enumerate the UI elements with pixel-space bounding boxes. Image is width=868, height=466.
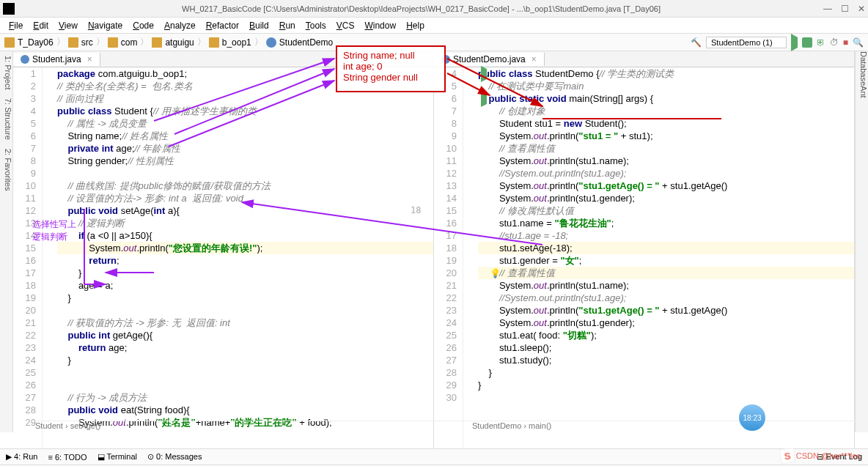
breadcrumb[interactable]: T_Day06〉src〉com〉atguigu〉b_oop1〉StudentDe… <box>4 36 333 48</box>
tool-tab[interactable]: Database <box>859 51 868 86</box>
menu-navigate[interactable]: Navigate <box>84 21 127 31</box>
bc-class[interactable]: StudentDemo <box>472 421 521 430</box>
annotation-red-box: String name; null int age; 0 String gend… <box>336 45 446 92</box>
menu-vcs[interactable]: VCS <box>332 21 359 31</box>
close-icon[interactable]: × <box>532 54 537 64</box>
stop-icon[interactable]: ■ <box>843 37 848 48</box>
menu-view[interactable]: View <box>54 21 82 31</box>
folder-icon <box>68 37 78 48</box>
breadcrumb-item[interactable]: StudentDemo <box>279 37 333 48</box>
anno-line: String name; null <box>343 50 438 61</box>
folder-icon <box>108 37 118 48</box>
bottom-tab[interactable]: ▶ 4: Run <box>6 452 37 462</box>
class-icon <box>266 37 276 48</box>
app-logo <box>3 3 15 15</box>
menu-code[interactable]: Code <box>128 21 158 31</box>
watermark-text: CSDN @har***les <box>796 451 861 460</box>
bottom-tab[interactable]: ⊙ 0: Messages <box>147 452 202 462</box>
breadcrumb-item[interactable]: com <box>121 37 138 48</box>
menu-tools[interactable]: Tools <box>301 21 331 31</box>
tool-tab[interactable]: 1: Project <box>2 51 14 94</box>
menu-run[interactable]: Run <box>275 21 300 31</box>
bc-method[interactable]: setAge() <box>70 421 101 430</box>
run-icon[interactable] <box>791 37 798 48</box>
bottom-tab[interactable]: ≡ 6: TODO <box>48 453 87 462</box>
inline-hint: 18 <box>411 205 421 215</box>
tool-tab[interactable]: 2: Favorites <box>2 144 14 195</box>
bottom-tab[interactable]: ⬓ Terminal <box>98 452 137 462</box>
folder-icon <box>209 37 219 48</box>
class-icon <box>21 55 29 64</box>
code-area-left[interactable]: 1234567891011121314151617181920212223242… <box>13 67 433 448</box>
editor-right-tabs[interactable]: StudentDemo.java × <box>434 51 854 67</box>
gutter-right[interactable]: 4567891011121314151617181920212223242526… <box>434 67 463 448</box>
hammer-icon[interactable]: 🔨 <box>691 37 702 48</box>
menu-help[interactable]: Help <box>402 21 429 31</box>
tab-label: StudentDemo.java <box>453 54 526 64</box>
tab-student[interactable]: Student.java × <box>13 53 100 66</box>
tab-label: Student.java <box>32 54 81 64</box>
menu-window[interactable]: Window <box>360 21 400 31</box>
tab-studentdemo[interactable]: StudentDemo.java × <box>434 53 545 66</box>
tool-tab[interactable]: 7: Structure <box>2 94 14 144</box>
window-controls[interactable]: — ☐ ✕ <box>823 4 865 14</box>
code-left[interactable]: package com.atguigu.b_oop1;// 类的全名(全类名) … <box>54 67 433 448</box>
menu-edit[interactable]: Edit <box>29 21 53 31</box>
editor-right: StudentDemo.java × 456789101112131415161… <box>434 51 855 448</box>
code-right[interactable]: public class StudentDemo {// 学生类的测试类 // … <box>475 67 854 448</box>
maximize-icon[interactable]: ☐ <box>841 4 849 14</box>
folder-icon <box>4 37 15 48</box>
menu-bar[interactable]: FileEditViewNavigateCodeAnalyzeRefactorB… <box>0 18 868 34</box>
menu-build[interactable]: Build <box>245 21 273 31</box>
run-toolbar[interactable]: 🔨 StudentDemo (1) ⛨ ⏱ ■ 🔍 <box>691 37 864 48</box>
breadcrumb-item[interactable]: src <box>81 37 93 48</box>
editor-breadcrumbs[interactable]: Student › setAge() StudentDemo › main() <box>31 421 861 433</box>
window-title: WH_0217_BasicCode [C:\Users\Administrato… <box>19 4 823 13</box>
breadcrumb-item[interactable]: b_oop1 <box>222 37 251 48</box>
time-badge: 18:23 <box>739 404 765 431</box>
bc-method[interactable]: main() <box>529 421 551 430</box>
coverage-icon[interactable]: ⛨ <box>817 37 825 48</box>
right-tool-stripe[interactable]: DatabaseAnt <box>855 51 868 432</box>
gutter-left[interactable]: 1234567891011121314151617181920212223242… <box>13 67 43 448</box>
search-icon[interactable]: 🔍 <box>853 37 864 48</box>
close-icon[interactable]: ✕ <box>858 4 865 14</box>
anno-line: String gender null <box>343 72 438 83</box>
menu-analyze[interactable]: Analyze <box>160 21 200 31</box>
run-config-select[interactable]: StudentDemo (1) <box>706 37 787 48</box>
watermark: S CSDN @har***les <box>780 448 861 463</box>
breadcrumb-item[interactable]: atguigu <box>165 37 194 48</box>
debug-icon[interactable] <box>802 37 812 48</box>
annotation-purple-note: 选择性写上 逻辑判断 <box>32 218 76 243</box>
minimize-icon[interactable]: — <box>823 4 832 14</box>
editor-left: Student.java × 1234567891011121314151617… <box>13 51 434 448</box>
close-icon[interactable]: × <box>87 54 92 64</box>
fold-column[interactable] <box>43 67 54 448</box>
anno-line: int age; 0 <box>343 61 438 72</box>
profile-icon[interactable]: ⏱ <box>830 37 839 48</box>
left-tool-stripe[interactable]: 1: Project7: Structure2: Favorites <box>0 51 13 432</box>
run-gutter-icon[interactable] <box>481 69 487 79</box>
bottom-tool-tabs[interactable]: ▶ 4: Run≡ 6: TODO⬓ Terminal⊙ 0: Messages… <box>0 448 868 465</box>
intention-bulb-icon[interactable]: 💡 <box>490 268 501 278</box>
code-area-right[interactable]: 4567891011121314151617181920212223242526… <box>434 67 854 448</box>
menu-file[interactable]: File <box>4 21 27 31</box>
fold-column[interactable] <box>463 67 475 448</box>
title-bar: WH_0217_BasicCode [C:\Users\Administrato… <box>0 0 868 18</box>
run-gutter-icon[interactable] <box>481 94 487 104</box>
tool-tab[interactable]: Ant <box>859 86 868 98</box>
breadcrumb-item[interactable]: T_Day06 <box>18 37 54 48</box>
menu-refactor[interactable]: Refactor <box>202 21 243 31</box>
bc-class[interactable]: Student <box>35 421 63 430</box>
watermark-logo: S <box>779 448 796 465</box>
folder-icon <box>152 37 162 48</box>
